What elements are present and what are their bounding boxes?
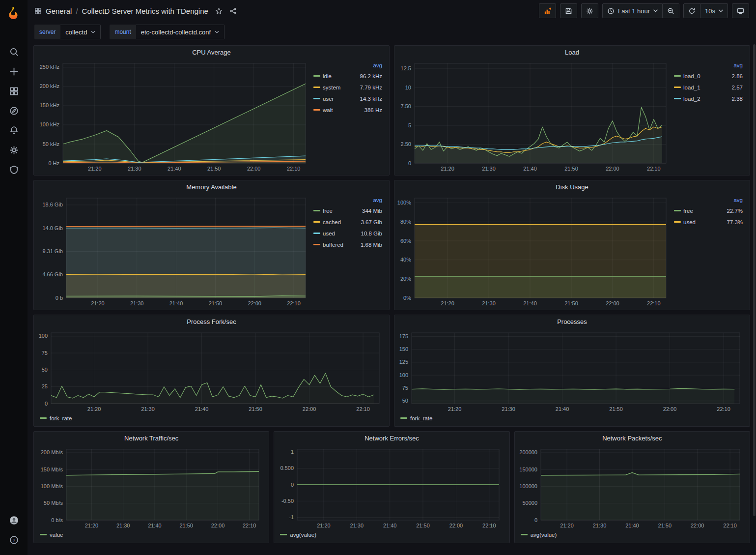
svg-text:22:00: 22:00: [211, 523, 225, 528]
svg-text:21:50: 21:50: [417, 523, 430, 528]
svg-text:150 Mb/s: 150 Mb/s: [41, 467, 63, 472]
legend-swatch-icon: [521, 534, 528, 535]
legend-series-name[interactable]: used: [683, 219, 696, 225]
panel-title[interactable]: Processes: [394, 315, 750, 328]
panel-title[interactable]: Network Errors/sec: [274, 432, 509, 444]
legend-series-name[interactable]: load_0: [683, 73, 700, 79]
dashboard-settings-button[interactable]: [581, 3, 598, 18]
svg-text:21:30: 21:30: [502, 406, 515, 412]
legend-swatch-icon: [674, 210, 681, 211]
panel-title[interactable]: Load: [394, 46, 750, 58]
dashboard-title[interactable]: CollectD Server Metrics with TDengine: [82, 7, 208, 15]
svg-text:?: ?: [12, 537, 15, 543]
process-fork-chart[interactable]: 025507510021:2021:3021:4021:5022:0022:10: [35, 328, 386, 413]
load-chart[interactable]: 02.5057.501012.521:2021:3021:4021:5022:0…: [395, 58, 673, 173]
svg-text:21:30: 21:30: [141, 406, 155, 412]
explore-compass-icon[interactable]: [5, 102, 23, 119]
legend-swatch-icon: [313, 233, 320, 234]
legend-series-name[interactable]: cached: [323, 219, 341, 225]
svg-text:200000: 200000: [519, 449, 537, 455]
variable-mount-dropdown[interactable]: etc-collectd-collectd.conf: [136, 25, 224, 39]
legend-series-name[interactable]: fork_rate: [410, 415, 432, 421]
legend: value: [35, 530, 266, 541]
disk-usage-chart[interactable]: 0%20%40%60%80%100%21:2021:3021:4021:5022…: [395, 193, 673, 308]
legend: fork_rate: [395, 413, 747, 424]
add-panel-button[interactable]: [539, 3, 556, 18]
network-errors-chart[interactable]: -1-0.5000.500121:2021:3021:4021:5022:002…: [275, 444, 506, 530]
legend-item: free344 Mib: [313, 205, 382, 216]
cpu-average-chart[interactable]: 0 Hz50 kHz100 kHz150 kHz200 kHz250 kHz21…: [35, 58, 312, 173]
svg-text:20%: 20%: [400, 276, 411, 282]
legend-item: system7.79 kHz: [313, 82, 382, 93]
legend-series-name[interactable]: avg(value): [290, 532, 316, 538]
scrollbar-thumb[interactable]: [753, 44, 756, 516]
breadcrumb: General / CollectD Server Metrics with T…: [46, 7, 208, 15]
panel-title[interactable]: Process Fork/sec: [34, 315, 389, 328]
legend-series-name[interactable]: free: [323, 208, 333, 214]
legend-series-name[interactable]: wait: [323, 107, 333, 113]
svg-text:22:10: 22:10: [717, 406, 730, 412]
star-dashboard-icon[interactable]: [215, 7, 223, 15]
panel-title[interactable]: Network Traffic/sec: [34, 432, 269, 444]
share-dashboard-icon[interactable]: [229, 7, 237, 15]
dashboards-icon[interactable]: [5, 83, 23, 99]
legend-series-name[interactable]: buffered: [323, 242, 343, 248]
zoom-out-button[interactable]: [663, 3, 679, 18]
svg-text:21:50: 21:50: [564, 166, 578, 172]
legend-series-value: 2.57: [700, 85, 743, 90]
legend-series-name[interactable]: value: [50, 532, 63, 538]
cycle-view-mode-button[interactable]: [732, 3, 749, 18]
refresh-interval-dropdown[interactable]: 10s: [700, 3, 728, 18]
legend-series-name[interactable]: load_2: [683, 96, 700, 102]
legend-swatch-icon: [313, 75, 320, 77]
alerting-bell-icon[interactable]: [5, 122, 23, 139]
svg-text:200 kHz: 200 kHz: [40, 83, 59, 89]
search-icon[interactable]: [5, 43, 23, 60]
legend-swatch-icon: [313, 210, 320, 211]
legend-swatch-icon: [313, 244, 320, 245]
legend-series-name[interactable]: load_1: [683, 85, 700, 90]
svg-text:21:30: 21:30: [592, 523, 606, 528]
legend-series-value: 3.67 Gib: [341, 219, 382, 225]
legend-series-name[interactable]: system: [323, 85, 340, 90]
create-plus-icon[interactable]: [5, 63, 23, 80]
legend-swatch-icon: [313, 109, 320, 111]
legend-series-name[interactable]: user: [323, 96, 334, 102]
legend-item: load_02.86: [674, 70, 743, 82]
svg-text:21:40: 21:40: [169, 300, 183, 306]
legend-series-name[interactable]: idle: [323, 73, 332, 79]
legend-series-name[interactable]: used: [323, 231, 335, 236]
panel-title[interactable]: Disk Usage: [394, 180, 750, 193]
legend-series-name[interactable]: free: [683, 208, 693, 214]
variable-server-dropdown[interactable]: collectd: [60, 25, 101, 39]
configuration-gear-icon[interactable]: [5, 142, 23, 158]
legend-item: load_22.38: [674, 93, 743, 104]
grafana-logo[interactable]: [5, 5, 22, 22]
save-dashboard-button[interactable]: [560, 3, 577, 18]
help-icon[interactable]: ?: [5, 531, 23, 548]
sidebar: ?: [0, 0, 28, 555]
legend-item: used10.8 Gib: [313, 228, 382, 239]
user-avatar[interactable]: [5, 512, 23, 528]
dashboard-row: Process Fork/sec 025507510021:2021:3021:…: [33, 315, 750, 427]
svg-text:14.0 Gib: 14.0 Gib: [42, 225, 63, 231]
svg-text:21:50: 21:50: [609, 406, 623, 412]
processes-chart[interactable]: 507510012515017521:2021:3021:4021:5022:0…: [395, 328, 747, 413]
legend-series-name[interactable]: avg(value): [531, 532, 557, 538]
server-admin-shield-icon[interactable]: [5, 161, 23, 178]
svg-text:40%: 40%: [400, 257, 411, 263]
svg-text:1: 1: [291, 449, 294, 455]
variable-mount-label: mount: [110, 25, 136, 39]
memory-available-chart[interactable]: 0 b4.66 Gib9.31 Gib14.0 Gib18.6 Gib21:20…: [35, 193, 312, 308]
panel-title[interactable]: CPU Average: [34, 46, 389, 58]
time-range-picker[interactable]: Last 1 hour: [602, 3, 663, 18]
network-packets-chart[interactable]: 05000010000015000020000021:2021:3021:402…: [516, 444, 747, 530]
legend-series-name[interactable]: fork_rate: [50, 415, 72, 421]
legend-item: wait386 Hz: [313, 104, 382, 116]
breadcrumb-folder[interactable]: General: [46, 7, 72, 15]
svg-text:21:40: 21:40: [148, 523, 162, 528]
network-traffic-chart[interactable]: 0 b/s50 Mb/s100 Mb/s150 Mb/s200 Mb/s21:2…: [35, 444, 266, 530]
refresh-button[interactable]: [683, 3, 700, 18]
panel-title[interactable]: Network Packets/sec: [515, 432, 750, 444]
panel-title[interactable]: Memory Available: [34, 180, 389, 193]
